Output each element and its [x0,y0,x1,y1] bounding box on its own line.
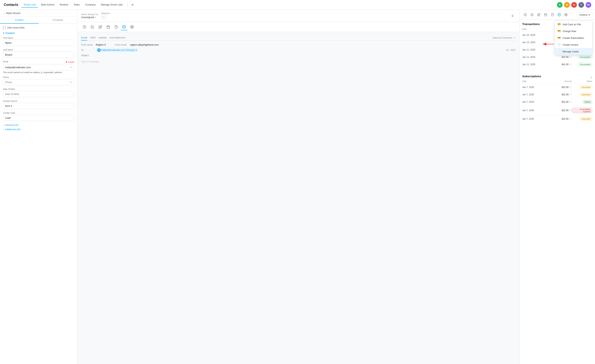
nav-manage-smart-lists[interactable]: Manage Smart Lists [99,2,125,7]
app-title: Contacts [4,3,18,7]
calendar-icon-button[interactable] [105,24,112,30]
bcc-button[interactable]: BCC [511,49,516,51]
rp-calendar-icon[interactable] [543,12,549,18]
cc-button[interactable]: CC [506,49,509,51]
avatar-n[interactable]: N [571,2,577,8]
avatar-m[interactable]: M [564,2,570,8]
compose-tabs: Email SMS repellat exercitationem Intern… [81,35,516,41]
settings-icon-button[interactable] [128,24,135,30]
to-label: To: [81,49,94,51]
subscriptions-external-link[interactable]: ↗ [590,76,592,79]
rp-settings-icon[interactable] [563,12,569,18]
nav-tasks[interactable]: Tasks [71,2,82,7]
nav-company[interactable]: Company [83,2,98,7]
create-subscription-label: Create Subscription [563,36,584,39]
compose-tab-email[interactable]: Email [81,35,87,41]
contact-header: ← Myles Bryant [0,10,77,17]
compose-tab-sms[interactable]: SMS [90,35,96,41]
expand-icon[interactable]: ⤢ [514,36,516,39]
general-info-toggle[interactable]: › General Info [3,124,74,126]
main-layout: ← Myles Bryant Contact Company Hide empt… [0,10,595,364]
left-content: Hide empty fields ▾ Contact First Name L… [0,24,77,133]
sub-amount-4: $22.00 ⓘ [553,117,572,121]
rp-document-icon[interactable] [549,12,555,18]
to-dropdown-icon[interactable]: ▾ [136,49,137,51]
cc-bcc: CC BCC [506,49,516,51]
add-follower-button[interactable]: + [101,14,106,20]
tx-info-icon-3[interactable]: ⓘ [569,56,572,59]
hide-empty-checkbox[interactable] [3,26,6,29]
email-input[interactable] [3,64,74,70]
document-icon-button[interactable] [113,24,120,30]
back-button[interactable]: ← Myles Bryant [3,12,20,14]
email-warning-text: This email marked as Invalid as mailbox_… [3,71,74,73]
contact-source-input[interactable] [3,103,74,109]
tx-status-4: Succeeded [572,63,592,66]
sub-info-icon-0[interactable]: ⓘ [569,86,572,89]
dropdown-manage-cards[interactable]: 📄 Manage Cards [555,48,592,55]
tab-contact[interactable]: Contact [0,17,39,24]
message-placeholder[interactable]: Type a message [81,59,516,64]
subscription-row: Jan 7, 2025 $22.00 ⓘ Incomplete Expired [522,106,592,115]
compose-subject-row: Subject: [81,54,516,57]
sub-info-icon-2[interactable]: ⓘ [569,100,572,104]
sub-info-icon-4[interactable]: ⓘ [569,117,572,121]
compose-tab-exercitationem[interactable]: exercitationem [110,35,126,41]
subscriptions-table-header: Date Amount Status [522,80,592,84]
sub-badge-0: Canceled [580,85,592,89]
contact-type-select[interactable]: Lead Customer Prospect [3,115,74,121]
avatar-help[interactable]: ? [578,2,584,8]
nav-bulk-actions[interactable]: Bulk Actions [39,2,57,7]
dob-label: Date Of Birth [3,88,74,90]
compose-area: Email SMS repellat exercitationem Intern… [77,32,519,364]
to-avatar: Hi [97,49,101,52]
to-chip[interactable]: Hi hobipe@mailinator.com (Primary) ▾ [96,48,138,52]
owner-chevron-icon: ▾ [95,16,96,18]
rp-task-icon[interactable] [529,12,535,18]
contact-source-group: Contact Source [3,100,74,109]
tx-info-icon-4[interactable]: ⓘ [569,63,572,66]
contact-section-toggle[interactable]: ▾ Contact [3,32,74,35]
filter-icon-button[interactable] [509,13,516,19]
icon-row [77,22,519,32]
settings-gear-button[interactable]: ⚙ [130,2,135,8]
dropdown-add-card[interactable]: 💳 Add Card on File [555,21,592,28]
sub-status-0: Canceled [572,85,592,89]
phone-edit-icon[interactable]: ✎ [70,81,72,84]
tx-date-2: Jan 11, 2025 [522,49,553,51]
history-icon-button[interactable] [81,24,88,30]
followers-block: Followers + [101,12,110,20]
task-icon-button[interactable] [89,24,96,30]
actions-button[interactable]: Actions ▾ [577,12,592,18]
compose-tab-repellat[interactable]: repellat [99,35,107,41]
sub-amount-0: $22.00 ⓘ [553,86,572,89]
sub-info-icon-1[interactable]: ⓘ [569,93,572,96]
dob-input[interactable] [3,91,74,97]
owner-value-text: Unassigned [81,16,94,19]
phone-input[interactable] [3,79,74,85]
dropdown-charge-now[interactable]: 💳 Charge Now [555,28,592,35]
avatar-rs[interactable]: RS [586,2,591,8]
rp-edit-icon[interactable] [536,12,542,18]
email-edit-icon[interactable]: ✎ [70,66,72,69]
additional-info-toggle[interactable]: › Additional Info [3,128,74,131]
rp-history-icon[interactable] [522,12,528,18]
internal-comment-label: Internal Comment [493,36,512,39]
avatar-g[interactable]: G [557,2,563,8]
payment-icon-button[interactable] [121,24,128,30]
subscriptions-section: Subscriptions ↗ Date Amount Status Jan 7… [520,72,595,123]
dropdown-create-subscription[interactable]: 💳 Create Subscription [555,35,592,41]
manage-cards-label: Manage Cards [563,50,579,53]
last-name-input[interactable] [3,52,74,58]
edit-icon-button[interactable] [97,24,104,30]
nav-restore[interactable]: Restore [57,2,71,7]
nav-smart-lists[interactable]: Smart Lists [21,2,38,7]
subscriptions-header: Subscriptions ↗ [522,75,592,80]
rp-payment-icon[interactable] [556,12,562,18]
first-name-input[interactable] [3,40,74,46]
owner-dropdown[interactable]: Unassigned ▾ [81,16,98,19]
tab-company[interactable]: Company [39,17,77,24]
last-name-group: Last Name [3,49,74,58]
dropdown-create-invoice[interactable]: 📄 Create Invoice [555,41,592,48]
sub-info-icon-3[interactable]: ⓘ [569,109,572,112]
